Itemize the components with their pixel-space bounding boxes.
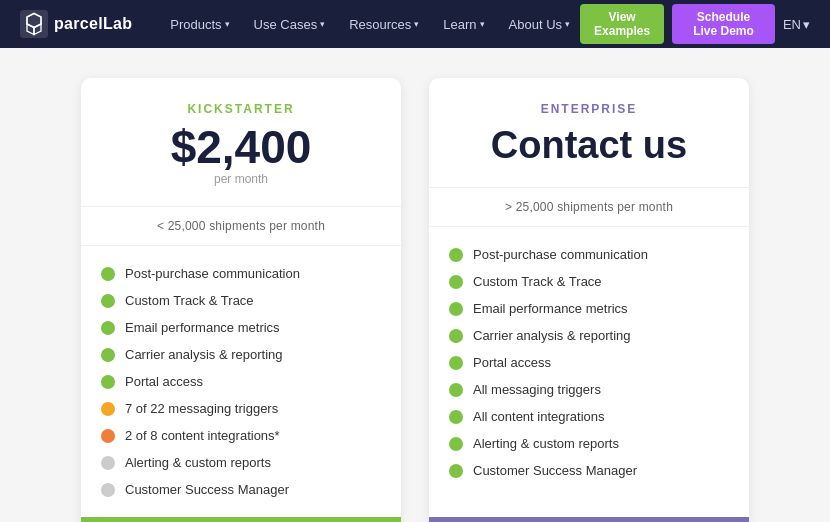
enterprise-header: ENTERPRISE Contact us [429,78,749,188]
check-icon [449,356,463,370]
enterprise-card: ENTERPRISE Contact us > 25,000 shipments… [429,78,749,522]
enterprise-price: Contact us [449,124,729,167]
nav-links: Products ▾ Use Cases ▾ Resources ▾ Learn… [160,13,580,36]
list-item: Carrier analysis & reporting [449,322,729,349]
logo-icon [20,10,48,38]
check-icon [449,248,463,262]
check-icon [101,294,115,308]
list-item: Alerting & custom reports [449,430,729,457]
kickstarter-price: $2,400 [101,124,381,170]
chevron-down-icon: ▾ [225,19,230,29]
list-item: Customer Success Manager [449,457,729,484]
list-item: Carrier analysis & reporting [101,341,381,368]
enterprise-footer: Request price information [429,517,749,522]
check-icon [449,464,463,478]
check-icon [449,329,463,343]
check-icon [449,410,463,424]
chevron-down-icon: ▾ [414,19,419,29]
kickstarter-plan-label: KICKSTARTER [101,102,381,116]
list-item: 2 of 8 content integrations* [101,422,381,449]
partial-icon [101,429,115,443]
check-icon [101,321,115,335]
nav-learn[interactable]: Learn ▾ [433,13,494,36]
nav-actions: View Examples Schedule Live Demo EN ▾ [580,4,810,44]
nav-use-cases[interactable]: Use Cases ▾ [244,13,336,36]
enterprise-cta-button[interactable]: Request price information [429,517,749,522]
list-item: Alerting & custom reports [101,449,381,476]
check-icon [449,275,463,289]
pricing-section: KICKSTARTER $2,400 per month < 25,000 sh… [0,48,830,522]
nav-about-us[interactable]: About Us ▾ [499,13,580,36]
unavailable-icon [101,483,115,497]
check-icon [449,383,463,397]
check-icon [449,437,463,451]
check-icon [449,302,463,316]
nav-logo[interactable]: parcelLab [20,10,132,38]
language-selector[interactable]: EN ▾ [783,17,810,32]
list-item: Email performance metrics [449,295,729,322]
list-item: 7 of 22 messaging triggers [101,395,381,422]
kickstarter-per-month: per month [101,172,381,186]
navbar: parcelLab Products ▾ Use Cases ▾ Resourc… [0,0,830,48]
kickstarter-cta-button[interactable]: Schedule live demo [81,517,401,522]
list-item: All messaging triggers [449,376,729,403]
unavailable-icon [101,456,115,470]
kickstarter-features: Post-purchase communication Custom Track… [81,246,401,517]
kickstarter-shipments: < 25,000 shipments per month [81,207,401,246]
view-examples-button[interactable]: View Examples [580,4,664,44]
kickstarter-footer: Schedule live demo [81,517,401,522]
kickstarter-card: KICKSTARTER $2,400 per month < 25,000 sh… [81,78,401,522]
list-item: Post-purchase communication [449,241,729,268]
nav-resources[interactable]: Resources ▾ [339,13,429,36]
list-item: Post-purchase communication [101,260,381,287]
schedule-demo-nav-button[interactable]: Schedule Live Demo [672,4,775,44]
partial-icon [101,402,115,416]
nav-products[interactable]: Products ▾ [160,13,239,36]
list-item: Custom Track & Trace [449,268,729,295]
list-item: Custom Track & Trace [101,287,381,314]
list-item: Portal access [449,349,729,376]
list-item: Customer Success Manager [101,476,381,503]
chevron-down-icon: ▾ [803,17,810,32]
list-item: All content integrations [449,403,729,430]
check-icon [101,375,115,389]
enterprise-shipments: > 25,000 shipments per month [429,188,749,227]
check-icon [101,348,115,362]
chevron-down-icon: ▾ [480,19,485,29]
check-icon [101,267,115,281]
list-item: Portal access [101,368,381,395]
chevron-down-icon: ▾ [565,19,570,29]
enterprise-features: Post-purchase communication Custom Track… [429,227,749,517]
logo-text: parcelLab [54,15,132,33]
enterprise-plan-label: ENTERPRISE [449,102,729,116]
list-item: Email performance metrics [101,314,381,341]
chevron-down-icon: ▾ [320,19,325,29]
kickstarter-header: KICKSTARTER $2,400 per month [81,78,401,207]
